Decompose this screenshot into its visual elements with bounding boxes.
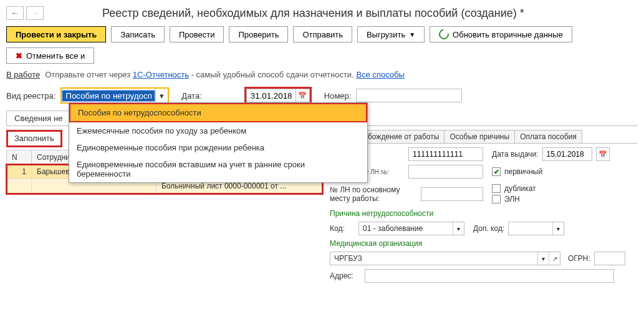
status-note-2: - самый удобный способ сдачи отчетности.	[191, 70, 357, 79]
address-label: Адрес:	[330, 272, 361, 280]
cancel-all-label: Отменить все и	[26, 51, 85, 61]
registry-kind-dropdown: Пособия по нетрудоспособности Ежемесячны…	[69, 102, 368, 183]
ogrn-label: ОГРН:	[568, 254, 590, 263]
write-button[interactable]: Записать	[111, 26, 165, 42]
medorg-value: ЧРГБУЗ	[330, 254, 537, 263]
issue-date-input[interactable]	[542, 147, 592, 161]
dop-code-combo[interactable]: ▾	[508, 222, 564, 235]
registry-kind-input[interactable]	[62, 90, 155, 102]
post-button[interactable]: Провести	[170, 26, 224, 42]
number-label: Номер:	[324, 91, 352, 101]
link-all-methods[interactable]: Все способы	[356, 70, 404, 79]
continuation-input[interactable]	[408, 165, 483, 179]
code-combo[interactable]: 01 - заболевание ▾	[358, 222, 464, 235]
cancel-all-button[interactable]: Отменить все и	[6, 47, 94, 64]
dropdown-item-monthly-childcare[interactable]: Ежемесячные пособия по уходу за ребенком	[69, 122, 367, 139]
export-button[interactable]: Выгрузить▼	[357, 26, 425, 42]
date-input[interactable]	[246, 89, 296, 102]
medorg-section-title: Медицинская организация	[330, 239, 638, 248]
fill-button[interactable]: Заполнить	[6, 130, 62, 147]
calendar-icon[interactable]: 📅	[596, 147, 610, 161]
link-1c-reporting[interactable]: 1С-Отчетность	[133, 70, 189, 79]
nav-forward-button[interactable]: →	[26, 6, 44, 20]
reason-section-title: Причина нетрудоспособности	[330, 209, 638, 218]
calendar-icon[interactable]: 📅	[296, 89, 310, 102]
checkbox-duplicate-label: дубликат	[504, 184, 536, 193]
checkbox-primary-label: первичный	[504, 167, 542, 176]
chevron-down-icon[interactable]: ▾	[155, 89, 168, 102]
tab-inner-payment[interactable]: Оплата пособия	[514, 130, 582, 143]
chevron-down-icon[interactable]: ▾	[537, 252, 549, 265]
page-title: Реестр сведений, необходимых для назначе…	[102, 7, 524, 20]
open-icon[interactable]: ↗	[549, 252, 560, 265]
send-button[interactable]: Отправить	[293, 26, 352, 42]
dropdown-item-onetime-early-preg[interactable]: Единовременные пособия вставшим на учет …	[69, 156, 367, 182]
number-input[interactable]	[356, 89, 462, 102]
dop-code-label: Доп. код:	[473, 224, 504, 233]
ln-main-label: № ЛН по основному месту работы:	[330, 185, 417, 203]
status-label[interactable]: В работе	[6, 70, 40, 79]
chevron-down-icon: ▼	[409, 31, 415, 38]
address-input[interactable]	[365, 269, 614, 283]
refresh-secondary-label: Обновить вторичные данные	[453, 30, 563, 39]
chevron-down-icon[interactable]: ▾	[453, 222, 464, 235]
date-field-wrap: 📅	[244, 87, 312, 104]
date-label: Дата:	[181, 91, 201, 101]
refresh-secondary-button[interactable]: Обновить вторичные данные	[430, 26, 572, 42]
checkbox-eln-label: ЭЛН	[504, 195, 520, 204]
post-and-close-button[interactable]: Провести и закрыть	[6, 26, 106, 42]
tab-info[interactable]: Сведения не	[6, 111, 70, 125]
check-button[interactable]: Проверить	[229, 26, 288, 42]
cell-n: 1	[7, 165, 32, 179]
checkbox-primary[interactable]: ✔	[492, 167, 501, 176]
ln-input[interactable]	[408, 147, 483, 161]
registry-kind-label: Вид реестра:	[6, 91, 55, 101]
nav-back-button[interactable]: ←	[6, 6, 24, 20]
issue-date-label: Дата выдачи:	[492, 150, 539, 159]
checkbox-eln[interactable]	[492, 195, 501, 204]
dropdown-item-onetime-birth[interactable]: Единовременные пособия при рождении ребе…	[69, 139, 367, 156]
export-label: Выгрузить	[367, 30, 405, 39]
medorg-combo[interactable]: ЧРГБУЗ ▾ ↗	[330, 252, 560, 265]
cell-n	[7, 179, 32, 194]
status-note-1: Отправьте отчет через	[45, 70, 133, 79]
dropdown-item-disability[interactable]: Пособия по нетрудоспособности	[69, 103, 367, 122]
ogrn-input[interactable]	[594, 252, 625, 265]
chevron-down-icon[interactable]: ▾	[552, 222, 564, 235]
col-n: N	[7, 150, 32, 165]
ln-main-input[interactable]	[421, 187, 483, 201]
checkbox-duplicate[interactable]	[492, 184, 501, 193]
registry-kind-combo[interactable]: ▾	[60, 87, 169, 104]
tab-inner-special[interactable]: Особые причины	[444, 130, 515, 143]
code-value: 01 - заболевание	[359, 224, 453, 233]
code-label: Код:	[330, 224, 355, 233]
